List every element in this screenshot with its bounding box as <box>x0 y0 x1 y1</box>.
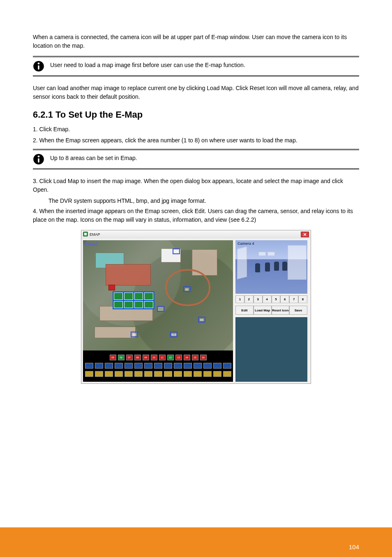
tray-icon[interactable]: 12 <box>167 355 174 360</box>
close-button[interactable] <box>301 232 309 237</box>
info-panel <box>235 317 307 382</box>
tray-icon[interactable]: 10 <box>151 355 157 360</box>
reset-icon-button[interactable]: Reset Icon <box>272 306 290 315</box>
camera-marker[interactable] <box>157 306 164 312</box>
icon-tray: 05 06 07 08 09 10 11 12 13 14 15 16 <box>83 350 233 382</box>
area-tabs: 1 2 3 4 5 6 7 8 <box>235 295 307 303</box>
svg-point-2 <box>38 63 40 65</box>
tray-icon[interactable]: 09 <box>143 355 149 360</box>
tray-icon[interactable]: 13 <box>175 355 182 360</box>
svg-rect-7 <box>84 233 87 235</box>
tray-icon[interactable] <box>184 363 192 369</box>
tray-icon[interactable]: 07 <box>126 355 133 360</box>
tray-icon[interactable] <box>184 371 192 377</box>
icon-row-cameras: 05 06 07 08 09 10 11 12 13 14 15 16 <box>110 355 207 360</box>
camera-preview: Camera 4 <box>235 240 307 294</box>
icon-row-relays <box>85 371 231 377</box>
tray-icon[interactable] <box>174 363 182 369</box>
step2-text: When the Emap screen appears, click the … <box>39 137 297 144</box>
map-area[interactable]: Emap1 <box>83 240 233 350</box>
info-icon <box>33 153 44 165</box>
tray-icon[interactable] <box>203 363 212 369</box>
tray-icon[interactable] <box>144 371 152 377</box>
icon-row-sensors <box>85 363 231 369</box>
tray-icon[interactable] <box>134 371 143 377</box>
tab-area-5[interactable]: 5 <box>272 295 281 303</box>
camera-marker[interactable]: 03 <box>131 332 138 337</box>
tray-icon[interactable] <box>194 371 202 377</box>
camera-marker[interactable]: 01 <box>173 248 180 254</box>
paragraph-1: When a camera is connected, the camera i… <box>33 33 359 50</box>
paragraph-2: User can load another map image to repla… <box>33 84 359 101</box>
tab-area-2[interactable]: 2 <box>244 295 254 303</box>
tray-icon[interactable] <box>194 363 202 369</box>
building-shape <box>95 327 136 338</box>
note-1-text: User need to load a map image first befo… <box>50 60 359 70</box>
edit-button[interactable]: Edit <box>235 306 254 315</box>
tray-icon[interactable] <box>203 371 212 377</box>
emap-app-icon <box>83 232 88 237</box>
tray-icon[interactable]: 15 <box>192 355 198 360</box>
load-map-button[interactable]: Load Map <box>254 306 272 315</box>
camera-marker[interactable]: 010 <box>170 332 178 337</box>
page-footer: 104 <box>0 527 392 557</box>
tray-icon[interactable] <box>105 371 113 377</box>
tray-icon[interactable]: 06 <box>118 355 125 360</box>
tray-icon[interactable]: 08 <box>134 355 141 360</box>
tray-icon[interactable] <box>125 371 133 377</box>
tray-icon[interactable] <box>174 371 182 377</box>
building-shape <box>106 264 151 285</box>
tray-icon[interactable] <box>125 363 133 369</box>
tray-icon[interactable]: 16 <box>200 355 207 360</box>
step3-sub: The DVR system supports HTML, bmp, and j… <box>48 197 359 205</box>
tray-icon[interactable] <box>115 371 123 377</box>
tray-icon[interactable] <box>144 363 152 369</box>
tray-icon[interactable] <box>154 363 162 369</box>
tray-icon[interactable] <box>85 371 93 377</box>
tab-area-1[interactable]: 1 <box>235 295 244 303</box>
tray-icon[interactable] <box>213 371 221 377</box>
tray-icon[interactable] <box>95 363 103 369</box>
tab-area-6[interactable]: 6 <box>280 295 289 303</box>
step3-text: Click Load Map to insert the map image. … <box>33 178 343 193</box>
tab-area-4[interactable]: 4 <box>263 295 272 303</box>
tray-icon[interactable] <box>164 363 172 369</box>
camera-marker[interactable]: 04 <box>198 317 205 323</box>
info-icon <box>33 60 44 72</box>
tray-icon[interactable]: 05 <box>110 355 116 360</box>
tray-icon[interactable] <box>105 363 113 369</box>
tab-area-8[interactable]: 8 <box>298 295 307 303</box>
tray-icon[interactable] <box>213 363 221 369</box>
emap-titlebar[interactable]: EMAP <box>81 230 311 239</box>
action-buttons: Edit Load Map Reset Icon Save <box>235 306 307 315</box>
step1-text: Click Emap. <box>39 126 70 132</box>
note-2-text: Up to 8 areas can be set in Emap. <box>50 153 359 162</box>
tray-icon[interactable] <box>154 371 162 377</box>
tray-icon[interactable] <box>134 363 143 369</box>
save-button[interactable]: Save <box>289 306 307 315</box>
section-title: 6.2.1 To Set Up the E-Map <box>33 109 359 120</box>
svg-point-5 <box>38 155 40 158</box>
step3-num: 3. <box>33 178 38 184</box>
camera-marker-alert[interactable] <box>108 285 115 290</box>
tray-icon[interactable]: 11 <box>159 355 166 360</box>
tray-icon[interactable] <box>223 363 231 369</box>
step2-num: 2. <box>33 137 38 144</box>
tab-area-7[interactable]: 7 <box>289 295 298 303</box>
tray-icon[interactable] <box>164 371 172 377</box>
emap-window-title: EMAP <box>90 232 100 237</box>
tray-icon[interactable]: 14 <box>184 355 190 360</box>
tab-area-3[interactable]: 3 <box>254 295 263 303</box>
note-1: User need to load a map image first befo… <box>33 56 359 77</box>
step1-num: 1. <box>33 126 38 132</box>
tray-icon[interactable] <box>223 371 231 377</box>
tray-icon[interactable] <box>115 363 123 369</box>
step4-text: When the inserted image appears on the E… <box>33 208 353 223</box>
area-label: Emap1 <box>85 242 98 246</box>
page-number: 104 <box>349 543 359 550</box>
tennis-courts <box>113 291 154 309</box>
camera-marker[interactable]: 02 <box>183 286 191 292</box>
tray-icon[interactable] <box>95 371 103 377</box>
emap-window: EMAP Emap1 <box>81 230 311 384</box>
tray-icon[interactable] <box>85 363 93 369</box>
